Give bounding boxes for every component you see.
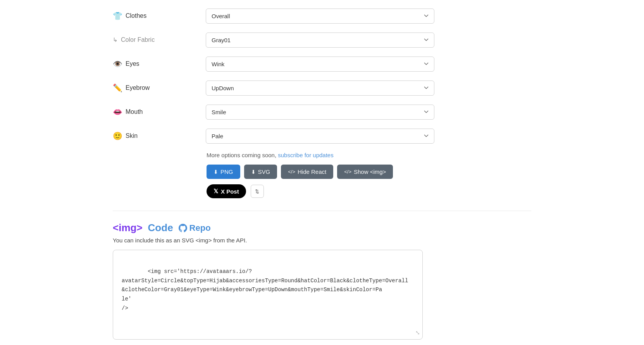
eyebrow-select-wrap: UpDown Angry AngryNatural Default Defaul…: [206, 81, 531, 96]
code-content: <img src='https://avataaars.io/? avatarS…: [122, 268, 408, 311]
code-word-title: Code: [148, 222, 173, 234]
code-icon-show: </>: [344, 169, 351, 175]
svg-download-icon: ⬇: [251, 169, 256, 175]
mouth-label-text: Mouth: [126, 108, 143, 115]
skin-select[interactable]: Pale Black Brown DarkBrown Light Tanned …: [206, 129, 434, 144]
eyebrow-row: ✏️ Eyebrow UpDown Angry AngryNatural Def…: [113, 76, 531, 100]
spinner-icon: ⇅: [255, 189, 259, 194]
svg-button-label: SVG: [258, 168, 270, 175]
skin-select-wrap: Pale Black Brown DarkBrown Light Tanned …: [206, 129, 531, 144]
show-img-label: Show <img>: [354, 168, 386, 175]
code-section-title: <img> Code Repo: [113, 222, 531, 234]
more-options-notice: More options coming soon, subscribe for …: [207, 152, 531, 158]
color-fabric-select[interactable]: Gray01 Black Blue01 Blue02 Blue03 Gray02…: [206, 33, 434, 48]
social-row: 𝕏 X Post ⇅: [207, 184, 531, 198]
mouth-row: 👄 Mouth Smile Concerned Default Disbelie…: [113, 100, 531, 124]
x-logo-icon: 𝕏: [214, 188, 218, 195]
hide-react-label: Hide React: [298, 168, 326, 175]
code-description: You can include this as an SVG <img> fro…: [113, 237, 531, 244]
skin-label: 🙂 Skin: [113, 131, 198, 141]
eyes-select-wrap: Wink Close Cry Default Dizzy EyeRoll Hap…: [206, 57, 531, 72]
download-icon: ⬇: [214, 169, 218, 175]
skin-row: 🙂 Skin Pale Black Brown DarkBrown Light …: [113, 124, 531, 148]
eyebrow-icon: ✏️: [113, 83, 122, 93]
x-post-button[interactable]: 𝕏 X Post: [207, 184, 246, 198]
color-fabric-row: ↳ Color Fabric Gray01 Black Blue01 Blue0…: [113, 28, 531, 52]
skin-icon: 🙂: [113, 131, 122, 141]
mouth-label: 👄 Mouth: [113, 107, 198, 117]
repo-title-text: Repo: [189, 223, 211, 233]
skin-label-text: Skin: [126, 132, 138, 139]
clothes-label: 👕 Clothes: [113, 11, 198, 21]
more-options-text: More options coming soon,: [207, 152, 276, 158]
color-fabric-label: ↳ Color Fabric: [113, 36, 198, 43]
color-fabric-label-text: Color Fabric: [121, 36, 155, 43]
eyebrow-label: ✏️ Eyebrow: [113, 83, 198, 93]
eyes-label-text: Eyes: [126, 60, 139, 67]
eyes-icon: 👁️: [113, 59, 122, 69]
repo-link[interactable]: Repo: [179, 223, 211, 233]
mouth-icon: 👄: [113, 107, 122, 117]
clothes-select[interactable]: Overall BlazerShirt BlazerSweater Collar…: [206, 9, 434, 24]
subscribe-link[interactable]: subscribe for updates: [278, 152, 333, 158]
color-fabric-icon: ↳: [113, 36, 118, 43]
clothes-row: 👕 Clothes Overall BlazerShirt BlazerSwea…: [113, 4, 531, 28]
clothes-label-text: Clothes: [126, 12, 146, 19]
clothes-select-wrap: Overall BlazerShirt BlazerSweater Collar…: [206, 9, 531, 24]
code-section: <img> Code Repo You can include this as …: [113, 211, 531, 340]
hide-react-button[interactable]: </> Hide React: [281, 165, 333, 179]
spinner-button[interactable]: ⇅: [251, 185, 264, 198]
mouth-select[interactable]: Smile Concerned Default Disbelief Eating…: [206, 105, 434, 120]
eyes-label: 👁️ Eyes: [113, 59, 198, 69]
eyebrow-label-text: Eyebrow: [126, 84, 150, 91]
svg-button[interactable]: ⬇ SVG: [244, 165, 277, 179]
x-post-label: X Post: [221, 188, 239, 195]
eyes-row: 👁️ Eyes Wink Close Cry Default Dizzy Eye…: [113, 52, 531, 76]
img-code-title: <img>: [113, 222, 143, 234]
clothes-icon: 👕: [113, 11, 122, 21]
color-fabric-select-wrap: Gray01 Black Blue01 Blue02 Blue03 Gray02…: [206, 33, 531, 48]
github-icon: [179, 224, 187, 232]
resize-handle[interactable]: ⤡: [415, 329, 420, 338]
action-buttons: ⬇ PNG ⬇ SVG </> Hide React </> Show <img…: [207, 165, 531, 179]
eyebrow-select[interactable]: UpDown Angry AngryNatural Default Defaul…: [206, 81, 434, 96]
png-button[interactable]: ⬇ PNG: [207, 165, 240, 179]
mouth-select-wrap: Smile Concerned Default Disbelief Eating…: [206, 105, 531, 120]
png-button-label: PNG: [220, 168, 233, 175]
code-block: <img src='https://avataaars.io/? avatarS…: [113, 250, 423, 340]
code-icon-hide: </>: [288, 169, 295, 175]
eyes-select[interactable]: Wink Close Cry Default Dizzy EyeRoll Hap…: [206, 57, 434, 72]
show-img-button[interactable]: </> Show <img>: [337, 165, 393, 179]
